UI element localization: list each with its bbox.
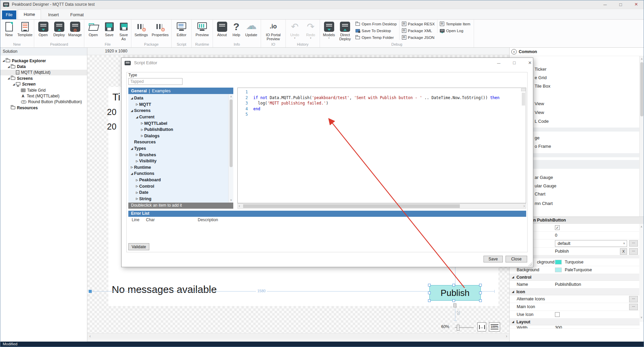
collapsed-expander-icon[interactable]: ▷ <box>140 134 144 137</box>
validate-button[interactable]: Validate <box>128 243 149 250</box>
tab-examples[interactable]: Examples <box>152 89 171 93</box>
toolbox-item[interactable]: Ticker <box>535 67 546 72</box>
expanded-expander-icon[interactable]: ◢ <box>130 147 134 150</box>
scroll-left-icon[interactable]: ‹ <box>89 334 91 339</box>
code-line-4[interactable]: 4end <box>238 107 526 112</box>
redo-button[interactable]: Redo ▾ <box>303 20 319 39</box>
tab-file[interactable]: File <box>2 10 16 19</box>
solution-tree-item-3[interactable]: ◢Screens <box>0 75 87 81</box>
file-save-button[interactable]: Save <box>101 20 117 37</box>
more-button[interactable]: ... <box>629 248 638 255</box>
scrollbar-thumb[interactable] <box>243 204 460 208</box>
selection-handle[interactable] <box>428 292 431 294</box>
dialog-tree-item-14[interactable]: ▷Control <box>128 183 233 189</box>
property-row-width[interactable]: Width300 <box>510 325 640 329</box>
tab-home[interactable]: Home <box>18 9 41 19</box>
clear-button[interactable]: X <box>620 248 627 255</box>
solution-tree-item-5[interactable]: Table Grid <box>0 87 87 93</box>
collapsed-expander-icon[interactable]: ▷ <box>135 160 139 163</box>
property-row-alternate-icons[interactable]: Alternate Icons... <box>510 295 640 303</box>
dialog-tree-item-0[interactable]: ◢Data <box>128 95 233 101</box>
toolbox-item[interactable]: View <box>535 101 544 106</box>
toolbox-item[interactable]: View <box>535 110 544 115</box>
peakboard-manage-button[interactable]: Manage <box>67 20 83 37</box>
code-line-2[interactable]: 2if not Data.MQTT.Publish('peakboard/tes… <box>238 95 526 101</box>
update-button[interactable]: Update <box>243 20 260 37</box>
publish-button-element[interactable]: Publish <box>429 285 481 301</box>
toolbox-item[interactable]: Tile Box <box>535 84 550 89</box>
zoom-slider-thumb[interactable] <box>457 325 459 331</box>
editor-horizontal-scrollbar[interactable]: ‹ › <box>237 203 526 209</box>
dialog-tree-item-16[interactable]: ▷String <box>128 196 233 202</box>
save-button[interactable]: Save <box>484 256 503 262</box>
toolbox-item[interactable]: mn Chart <box>535 201 553 206</box>
package-xml-button[interactable]: Package XML <box>402 28 435 33</box>
file-open-button[interactable]: Open <box>85 20 101 37</box>
open-log-button[interactable]: Open Log <box>440 28 470 33</box>
editor-button[interactable]: Editor <box>173 20 190 37</box>
tab-format[interactable]: Format <box>65 10 90 19</box>
property-row-control[interactable]: ◢Control <box>510 274 640 281</box>
scroll-right-icon[interactable]: › <box>506 334 507 339</box>
help-button[interactable]: ? Help <box>230 20 243 37</box>
undo-dropdown-icon[interactable]: ▾ <box>294 37 295 39</box>
expanded-expander-icon[interactable]: ◢ <box>130 172 134 175</box>
tab-insert[interactable]: Insert <box>42 10 64 19</box>
expanded-expander-icon[interactable]: ◢ <box>130 97 134 100</box>
settings-button[interactable]: Settings <box>132 20 150 37</box>
solution-tree-item-2[interactable]: MQTT (MqttList) <box>0 70 87 75</box>
canvas-horizontal-scrollbar[interactable]: ‹ › <box>87 333 509 339</box>
undo-button[interactable]: Undo ▾ <box>287 20 303 39</box>
expanded-expander-icon[interactable]: ◢ <box>6 77 11 80</box>
dimension-anchor-handle[interactable] <box>89 290 92 293</box>
solution-tree-item-0[interactable]: ◢Package Explorer <box>0 58 87 64</box>
template-item-button[interactable]: Template Item <box>440 21 470 26</box>
expanded-expander-icon[interactable]: ◢ <box>512 276 514 279</box>
property-row-main-icon[interactable]: Main Icon... <box>510 303 640 311</box>
dialog-tree-item-4[interactable]: ▷MQTTLabel <box>128 120 233 126</box>
rotate-handle[interactable] <box>453 303 456 307</box>
column-char[interactable]: Char <box>146 217 155 222</box>
fit-to-window-button[interactable]: ↔ <box>477 322 486 331</box>
expanded-expander-icon[interactable]: ◢ <box>1 59 6 62</box>
expanded-expander-icon[interactable]: ◢ <box>135 116 139 119</box>
collapsed-expander-icon[interactable]: ▷ <box>140 122 144 125</box>
open-temp-folder-button[interactable]: Open Temp Folder <box>356 35 397 40</box>
column-description[interactable]: Description <box>198 217 218 222</box>
dialog-tree-item-1[interactable]: ▷MQTT <box>128 101 233 108</box>
solution-tree-item-1[interactable]: ◢Data <box>0 64 87 69</box>
property-row-icon[interactable]: ◢Icon <box>510 288 640 295</box>
toolbox-item[interactable]: ar Gauge <box>535 175 553 180</box>
dialog-tree-item-6[interactable]: ▷Dialogs <box>128 133 233 139</box>
about-button[interactable]: About <box>214 20 230 37</box>
template-button[interactable]: Template <box>17 20 33 37</box>
expanded-expander-icon[interactable]: ◢ <box>130 109 134 112</box>
code-line-3[interactable]: 3 log('MQTT publishing failed.') <box>238 101 526 107</box>
properties-button[interactable]: Properties <box>150 20 170 37</box>
close-button[interactable]: Close <box>506 256 527 262</box>
dialog-tree-item-10[interactable]: ▷Visibility <box>128 158 233 164</box>
scroll-left-icon[interactable]: ‹ <box>239 204 240 208</box>
dialog-tree-item-12[interactable]: ◢Functions <box>128 170 233 177</box>
selection-handle[interactable] <box>479 284 482 286</box>
editor-splitter-box[interactable] <box>521 88 525 91</box>
column-line[interactable]: Line <box>132 217 139 222</box>
property-row-layout[interactable]: ◢Layout <box>510 319 640 325</box>
collapsed-expander-icon[interactable]: ▷ <box>135 191 139 194</box>
dialog-tree-item-11[interactable]: ▷Runtime <box>128 164 233 171</box>
package-json-button[interactable]: Package JSON <box>402 35 435 40</box>
collapsed-expander-icon[interactable]: ▷ <box>140 128 144 131</box>
save-to-desktop-button[interactable]: Save To Desktop <box>356 28 397 33</box>
type-field[interactable]: Tapped <box>128 78 183 85</box>
toolbox-item[interactable]: Chart <box>535 191 545 196</box>
dialog-tree-item-7[interactable]: Resources <box>128 139 233 145</box>
toolbox-scrollbar[interactable]: ∧ <box>639 56 644 216</box>
mqtt-label-text[interactable]: No messages available <box>112 284 217 295</box>
dialog-minimize-button[interactable] <box>492 60 506 66</box>
selection-handle[interactable] <box>428 299 431 302</box>
property-row-name[interactable]: NamePublishButton <box>510 281 640 288</box>
new-button[interactable]: New <box>1 20 17 37</box>
scroll-right-icon[interactable]: › <box>523 204 525 208</box>
direct-deploy-button[interactable]: Direct Deploy <box>337 20 353 41</box>
window-minimize-button[interactable] <box>597 0 613 9</box>
